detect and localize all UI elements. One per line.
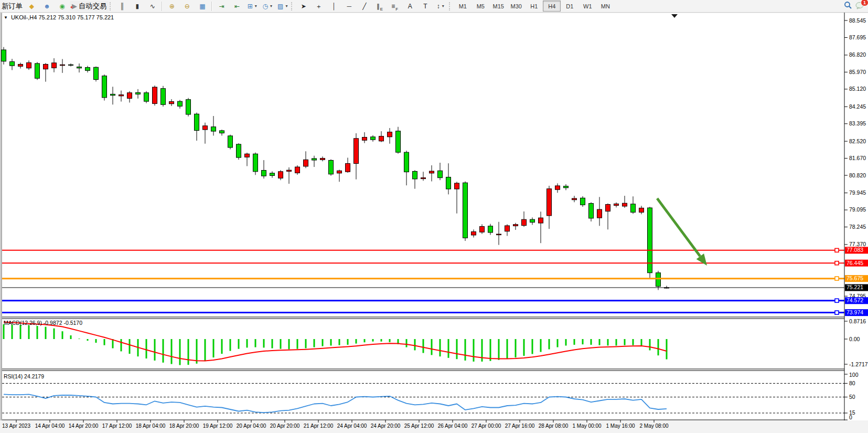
autotrading-button[interactable]: ▶● 自动交易 xyxy=(70,1,109,12)
candle xyxy=(304,160,308,166)
candle xyxy=(253,154,258,172)
candle xyxy=(480,227,485,233)
candle xyxy=(136,92,141,94)
fibonacci-icon[interactable]: ≡F xyxy=(387,1,402,12)
chart-shift-icon[interactable]: ⇤ xyxy=(229,1,244,12)
timeframe-m5[interactable]: M5 xyxy=(471,1,489,12)
channel-icon[interactable]: ∥E xyxy=(372,1,387,12)
hline-handle[interactable] xyxy=(835,261,839,265)
candle xyxy=(60,65,65,66)
chevron-down-icon[interactable]: ▾ xyxy=(285,4,287,8)
price-axis-tick: 80.820 xyxy=(849,172,866,178)
date-axis-label: 24 Apr 20:00 xyxy=(371,423,401,429)
candle xyxy=(522,219,527,225)
candle xyxy=(421,178,426,179)
timeframe-m1[interactable]: M1 xyxy=(454,1,471,12)
candle xyxy=(606,204,610,211)
candle xyxy=(111,94,115,95)
date-axis-label: 20 Apr 20:00 xyxy=(270,423,300,429)
timeframe-m15[interactable]: M15 xyxy=(489,1,507,12)
macd-axis-tick: 0.8716 xyxy=(849,318,866,324)
candle xyxy=(396,131,401,152)
line-chart-icon[interactable]: ∿ xyxy=(145,1,160,12)
tile-windows-icon[interactable]: ▦ xyxy=(195,1,210,12)
candle xyxy=(497,234,501,235)
chevron-down-icon[interactable]: ▾ xyxy=(270,4,272,8)
candle xyxy=(589,204,594,218)
hline-handle[interactable] xyxy=(835,311,839,314)
zoom-in-icon[interactable]: ⊕ xyxy=(164,1,179,12)
candle xyxy=(278,172,283,178)
period-clock-icon[interactable]: ◷▾ xyxy=(260,1,275,12)
cursor-icon[interactable]: ➤ xyxy=(296,1,311,12)
crosshair-icon[interactable]: ＋ xyxy=(311,1,326,12)
text-icon[interactable]: A xyxy=(402,1,417,12)
arrows-icon[interactable]: ↕▾ xyxy=(433,1,448,12)
line-chart-icon: ∿ xyxy=(150,3,155,9)
candle xyxy=(404,152,409,172)
text-label-icon[interactable]: T xyxy=(417,1,433,12)
template-icon[interactable]: ▨▾ xyxy=(275,1,290,12)
candle xyxy=(186,100,191,114)
timeframe-d1[interactable]: D1 xyxy=(561,1,578,12)
candle xyxy=(446,177,451,189)
candle xyxy=(388,132,392,137)
hline-handle[interactable] xyxy=(835,248,839,252)
search-icon[interactable] xyxy=(844,1,852,11)
new-chart-icon: ⊞ xyxy=(248,3,253,9)
candle xyxy=(547,189,552,216)
navigator-icon[interactable]: ☻ xyxy=(39,1,55,12)
candle xyxy=(455,183,459,189)
candle xyxy=(631,204,636,213)
candle xyxy=(228,136,233,147)
candle xyxy=(488,226,493,233)
price-axis-tick: 79.095 xyxy=(849,206,866,213)
candle xyxy=(539,218,543,223)
signals-icon[interactable]: ◉ xyxy=(55,1,70,12)
rsi-axis-tick: 80 xyxy=(849,380,855,386)
candle xyxy=(203,126,208,130)
candle xyxy=(337,171,342,173)
timeframe-mn[interactable]: MN xyxy=(596,1,614,12)
price-line-label: 73.974 xyxy=(846,309,863,315)
notifications-icon[interactable]: 1 xyxy=(855,2,865,11)
horizontal-line-icon[interactable]: ─ xyxy=(341,1,357,12)
new-chart-icon[interactable]: ⊞▾ xyxy=(244,1,260,12)
timeframe-h4[interactable]: H4 xyxy=(543,1,561,12)
market-watch-icon[interactable]: ◆ xyxy=(24,1,39,12)
hline-handle[interactable] xyxy=(835,277,839,280)
zoom-out-icon[interactable]: ⊖ xyxy=(179,1,195,12)
candle xyxy=(597,209,602,218)
price-axis-tick: 84.245 xyxy=(849,103,866,110)
toolbar-separator xyxy=(211,2,212,11)
candle xyxy=(379,136,384,141)
trendline-icon[interactable]: ╱ xyxy=(357,1,372,12)
auto-scroll-icon[interactable]: ⇥ xyxy=(214,1,229,12)
chart-canvas[interactable]: 88.54587.69586.82085.97085.12084.24583.3… xyxy=(0,0,868,433)
chevron-down-icon[interactable]: ▾ xyxy=(255,4,257,8)
candle xyxy=(18,64,23,66)
price-axis-tick: 79.945 xyxy=(849,189,866,196)
symbol-ohlc-text: UKOil-,H4 75.212 75.310 75.177 75.221 xyxy=(11,14,114,20)
date-axis-label: 27 Apr 16:00 xyxy=(505,423,535,429)
timeframe-h1[interactable]: H1 xyxy=(525,1,543,12)
cursor-icon: ➤ xyxy=(301,3,306,9)
date-axis-label: 2 May 08:00 xyxy=(639,423,668,429)
candle xyxy=(371,137,376,140)
candlestick-icon[interactable]: ▮ xyxy=(130,1,145,12)
candle xyxy=(530,219,535,222)
period-clock-icon: ◷ xyxy=(263,3,268,9)
candle xyxy=(94,67,99,79)
bar-chart-icon[interactable]: ║ xyxy=(114,1,130,12)
collapse-icon[interactable]: ▼ xyxy=(4,15,8,20)
timeframe-w1[interactable]: W1 xyxy=(578,1,596,12)
hline-handle[interactable] xyxy=(835,299,839,302)
macd-axis-tick: -1.2717 xyxy=(849,361,868,367)
new-order-button[interactable]: 新订单 xyxy=(0,1,24,12)
chevron-down-icon[interactable]: ▾ xyxy=(442,4,444,8)
candle xyxy=(119,95,124,96)
candle xyxy=(320,159,325,160)
candle xyxy=(220,131,224,133)
timeframe-m30[interactable]: M30 xyxy=(507,1,525,12)
vertical-line-icon[interactable]: │ xyxy=(326,1,341,12)
